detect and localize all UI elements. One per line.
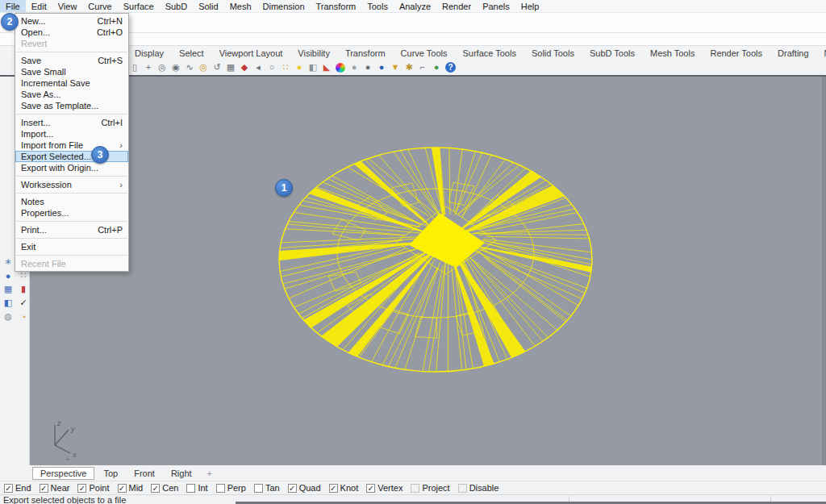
menubar-item-dimension[interactable]: Dimension bbox=[257, 0, 311, 12]
menu-item-save-as-template[interactable]: Save as Template... bbox=[15, 100, 128, 111]
menu-item-import[interactable]: Import... bbox=[15, 128, 128, 140]
folder-icon[interactable]: ◔ bbox=[18, 311, 29, 322]
osnap-point-checkbox[interactable]: ✓ bbox=[77, 484, 86, 493]
osnap-quad[interactable]: ✓Quad bbox=[288, 483, 321, 493]
options-gear-icon[interactable]: ✱ bbox=[403, 61, 415, 73]
osnap-near-checkbox[interactable]: ✓ bbox=[40, 484, 48, 493]
osnap-tan-checkbox[interactable] bbox=[254, 484, 263, 493]
osnap-int[interactable]: Int bbox=[186, 483, 207, 493]
menubar-item-render[interactable]: Render bbox=[436, 0, 477, 12]
toolbar-tab-drafting[interactable]: Drafting bbox=[778, 48, 809, 58]
menu-item-incremental-save[interactable]: Incremental Save bbox=[15, 77, 128, 89]
menu-item-insert[interactable]: Insert...Ctrl+I bbox=[15, 117, 128, 128]
help-icon[interactable]: ? bbox=[445, 62, 456, 73]
osnap-disable[interactable]: Disable bbox=[458, 483, 499, 493]
osnap-knot-checkbox[interactable]: ✓ bbox=[329, 484, 338, 493]
rotate-view-icon[interactable]: ↺ bbox=[211, 61, 223, 73]
menu-item-properties[interactable]: Properties... bbox=[15, 207, 128, 219]
toolbar-tab-curve-tools[interactable]: Curve Tools bbox=[401, 48, 448, 58]
zoom-window-icon[interactable]: ◉ bbox=[169, 61, 182, 73]
zoom-selected-icon[interactable]: ◎ bbox=[197, 61, 210, 73]
toolbar-tab-transform[interactable]: Transform bbox=[345, 48, 386, 58]
menu-item-import-from-file[interactable]: Import from File› bbox=[15, 140, 128, 151]
viewport-tab-perspective[interactable]: Perspective bbox=[32, 467, 94, 480]
menubar-item-tools[interactable]: Tools bbox=[361, 0, 394, 12]
raytraced-view-icon[interactable]: ● bbox=[375, 61, 388, 73]
toolbar-tab-surface-tools[interactable]: Surface Tools bbox=[462, 48, 515, 58]
toolbar-tab-subd-tools[interactable]: SubD Tools bbox=[590, 48, 635, 58]
menubar-item-file[interactable]: File bbox=[0, 0, 26, 12]
shaded-view-icon[interactable]: ● bbox=[348, 61, 361, 73]
toolbar-tab-visibility[interactable]: Visibility bbox=[298, 48, 330, 58]
menubar-item-help[interactable]: Help bbox=[515, 0, 545, 12]
web-browser-icon[interactable]: ● bbox=[430, 61, 443, 73]
menubar-item-edit[interactable]: Edit bbox=[26, 0, 52, 12]
add-viewport-tab-icon[interactable]: + bbox=[207, 469, 212, 478]
pipe-icon[interactable]: ▮ bbox=[18, 284, 29, 294]
osnap-knot[interactable]: ✓Knot bbox=[329, 483, 359, 493]
osnap-end-checkbox[interactable]: ✓ bbox=[4, 484, 13, 493]
menu-item-save-small[interactable]: Save Small bbox=[15, 66, 128, 77]
menu-item-notes[interactable]: Notes bbox=[15, 196, 128, 207]
menubar-item-mesh[interactable]: Mesh bbox=[224, 0, 257, 12]
menu-item-export-selected[interactable]: Export Selected... bbox=[15, 151, 128, 162]
menu-item-exit[interactable]: Exit bbox=[15, 241, 128, 252]
osnap-perp[interactable]: Perp bbox=[216, 483, 246, 493]
menubar-item-subd[interactable]: SubD bbox=[160, 0, 194, 12]
box-icon[interactable]: ◧ bbox=[2, 298, 14, 308]
menu-item-open[interactable]: Open...Ctrl+O bbox=[15, 27, 128, 38]
osnap-cen-checkbox[interactable]: ✓ bbox=[151, 484, 160, 493]
menubar-item-transform[interactable]: Transform bbox=[311, 0, 362, 12]
cplane-icon[interactable]: ◆ bbox=[238, 61, 251, 73]
menu-item-worksession[interactable]: Worksession› bbox=[15, 179, 128, 190]
osnap-project[interactable]: Project bbox=[411, 483, 449, 493]
new-file-icon[interactable]: ▯ bbox=[128, 61, 141, 73]
osnap-mid-checkbox[interactable]: ✓ bbox=[118, 484, 127, 493]
menubar-item-analyze[interactable]: Analyze bbox=[394, 0, 436, 12]
named-view-icon[interactable]: ⌐ bbox=[416, 61, 429, 73]
viewport-layout-icon[interactable]: ▦ bbox=[224, 61, 237, 73]
osnap-disable-checkbox[interactable] bbox=[458, 484, 467, 493]
viewport-tab-top[interactable]: Top bbox=[96, 468, 125, 479]
grid-icon[interactable]: ▦ bbox=[2, 284, 14, 294]
osnap-point[interactable]: ✓Point bbox=[77, 483, 109, 493]
menubar-item-curve[interactable]: Curve bbox=[82, 0, 117, 12]
osnap-vertex-checkbox[interactable]: ✓ bbox=[366, 484, 375, 493]
sphere-icon[interactable]: ● bbox=[2, 270, 14, 281]
menubar-item-panels[interactable]: Panels bbox=[477, 0, 515, 12]
circle-tool-icon[interactable]: ○ bbox=[265, 61, 278, 73]
lock-icon[interactable]: ◧ bbox=[307, 61, 319, 73]
osnap-project-checkbox[interactable] bbox=[411, 484, 419, 493]
viewport-tab-right[interactable]: Right bbox=[164, 468, 199, 479]
control-points-icon[interactable]: ∷ bbox=[279, 61, 292, 73]
osnap-cen[interactable]: ✓Cen bbox=[151, 483, 178, 493]
zoom-extents-icon[interactable]: ◎ bbox=[156, 61, 169, 73]
toolbar-tab-select[interactable]: Select bbox=[179, 48, 204, 58]
menu-item-new[interactable]: New...Ctrl+N bbox=[15, 15, 128, 27]
menubar-item-surface[interactable]: Surface bbox=[118, 0, 160, 12]
lamp-icon[interactable]: ● bbox=[293, 61, 306, 73]
osnap-near[interactable]: ✓Near bbox=[40, 483, 70, 493]
osnap-end[interactable]: ✓End bbox=[4, 483, 31, 493]
osnap-mid[interactable]: ✓Mid bbox=[118, 483, 144, 493]
osnap-quad-checkbox[interactable]: ✓ bbox=[288, 484, 297, 493]
perspective-viewport[interactable]: zyx+ bbox=[30, 77, 826, 465]
color-wheel-icon[interactable] bbox=[336, 63, 345, 73]
toolbar-tab-display[interactable]: Display bbox=[135, 48, 164, 58]
toolbar-tab-solid-tools[interactable]: Solid Tools bbox=[532, 48, 574, 58]
layer-icon[interactable]: ◣ bbox=[320, 61, 333, 73]
toolbar-tab-mesh-tools[interactable]: Mesh Tools bbox=[650, 48, 695, 58]
osnap-tan[interactable]: Tan bbox=[254, 483, 280, 493]
osnap-perp-checkbox[interactable] bbox=[216, 484, 225, 493]
viewport-tab-front[interactable]: Front bbox=[127, 468, 162, 479]
toolbar-tab-viewport-layout[interactable]: Viewport Layout bbox=[219, 48, 283, 58]
gumball-icon[interactable]: ∗ bbox=[2, 256, 14, 267]
rendered-view-icon[interactable]: ● bbox=[361, 61, 374, 73]
move-icon[interactable]: + bbox=[142, 61, 155, 73]
selection-filter-icon[interactable]: ▼ bbox=[389, 61, 402, 73]
menu-item-save[interactable]: SaveCtrl+S bbox=[15, 55, 128, 66]
menubar-item-solid[interactable]: Solid bbox=[193, 0, 223, 12]
check-icon[interactable]: ✓ bbox=[18, 298, 29, 308]
toolbar-tab-render-tools[interactable]: Render Tools bbox=[710, 48, 762, 58]
curve-edit-icon[interactable]: ∿ bbox=[183, 61, 196, 73]
